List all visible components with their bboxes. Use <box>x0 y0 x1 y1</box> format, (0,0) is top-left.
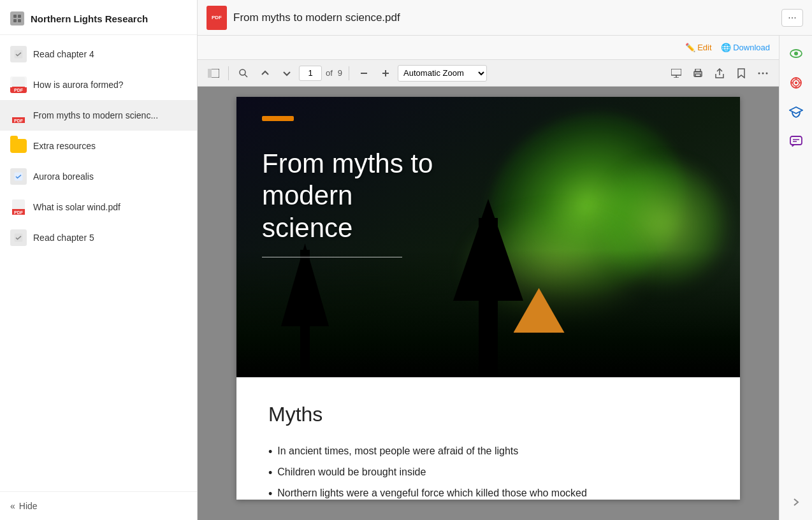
svg-point-30 <box>762 72 764 74</box>
right-toolbar <box>779 36 812 520</box>
graduate-tool-button[interactable] <box>785 101 808 124</box>
folder-icon <box>10 138 27 154</box>
zoom-select[interactable]: Automatic Zoom <box>398 65 487 82</box>
sidebar-item-label: Extra resources <box>33 141 96 151</box>
share-button[interactable] <box>710 64 729 82</box>
left-tree <box>300 250 310 377</box>
edit-link[interactable]: ✏️ Edit <box>685 43 712 52</box>
svg-line-19 <box>245 75 247 77</box>
sidebar-item-aurora-borealis[interactable]: Aurora borealis <box>0 161 197 192</box>
hide-label: Hide <box>19 501 38 511</box>
svg-text:PDF: PDF <box>14 119 24 123</box>
svg-text:PDF: PDF <box>14 88 24 92</box>
myths-list: In ancient times, most people were afrai… <box>268 442 708 500</box>
myth-item-2: Children would be brought inside <box>268 463 708 484</box>
zoom-out-button[interactable] <box>354 64 373 82</box>
sidebar: Northern Lights Research Read chapter 4 … <box>0 0 198 520</box>
svg-rect-5 <box>12 77 25 92</box>
viewer-area: ✏️ Edit 🌐 Download of <box>198 36 779 520</box>
svg-rect-2 <box>13 19 17 22</box>
sidebar-item-label: Aurora borealis <box>33 171 94 182</box>
pdf-cover-image: From myths to modern science <box>236 97 740 377</box>
page-total: 9 <box>338 68 342 78</box>
toolbar-separator-1 <box>228 66 229 80</box>
sidebar-item-solar-wind[interactable]: PDF What is solar wind.pdf <box>0 192 197 222</box>
cover-title: From myths to modern science <box>262 148 433 244</box>
search-button[interactable] <box>234 64 253 82</box>
sidebar-item-label: How is aurora formed? <box>33 80 124 90</box>
sidebar-items-list: Read chapter 4 PDF How is aurora formed?… <box>0 35 197 491</box>
more-tools-button[interactable] <box>753 64 772 82</box>
checklist-icon-ch5 <box>10 229 27 246</box>
sidebar-item-label: What is solar wind.pdf <box>33 202 120 212</box>
workspace-icon <box>10 11 24 25</box>
chevron-left-icon: « <box>10 501 15 511</box>
sidebar-title: Northern Lights Research <box>31 13 148 24</box>
edit-bar: ✏️ Edit 🌐 Download <box>198 36 779 60</box>
bookmark-button[interactable] <box>732 64 751 82</box>
cover-text-block: From myths to modern science <box>262 148 433 257</box>
page-number-input[interactable] <box>299 66 322 81</box>
chat-tool-button[interactable] <box>785 130 808 153</box>
collapse-right-button[interactable] <box>785 491 808 514</box>
svg-rect-0 <box>13 15 17 18</box>
svg-point-33 <box>794 52 798 55</box>
svg-rect-3 <box>18 19 21 22</box>
cover-underline <box>262 257 402 257</box>
svg-rect-1 <box>18 15 21 18</box>
sidebar-item-how-is-aurora[interactable]: PDF How is aurora formed? <box>0 69 197 100</box>
sidebar-item-extra-resources[interactable]: Extra resources <box>0 131 197 161</box>
zoom-in-button[interactable] <box>376 64 395 82</box>
sidebar-item-label: Read chapter 4 <box>33 49 94 59</box>
sidebar-item-from-myths[interactable]: PDF From myths to modern scienc... <box>0 100 197 131</box>
svg-rect-28 <box>695 74 700 76</box>
scroll-up-button[interactable] <box>256 64 275 82</box>
section-heading: Myths <box>268 403 708 426</box>
svg-marker-41 <box>790 107 802 113</box>
svg-rect-17 <box>208 69 212 78</box>
pdf-text-section: Myths In ancient times, most people were… <box>236 377 740 500</box>
svg-point-31 <box>766 72 768 74</box>
sidebar-item-read-chapter-5[interactable]: Read chapter 5 <box>0 222 197 253</box>
pdf-toolbar: of 9 Automatic Zoom <box>198 60 779 87</box>
main-content: PDF From myths to modern science.pdf ···… <box>198 0 812 520</box>
center-tree <box>479 218 498 377</box>
eye-tool-button[interactable] <box>785 42 808 65</box>
pdf-icon: PDF <box>10 76 27 93</box>
sidebar-item-label: Read chapter 5 <box>33 233 94 243</box>
svg-point-36 <box>795 82 797 84</box>
checklist-icon <box>10 46 27 62</box>
scroll-down-button[interactable] <box>277 64 296 82</box>
topbar-title: From myths to modern science.pdf <box>233 11 775 24</box>
pdf-scroll-area[interactable]: From myths to modern science Myths <box>198 87 779 520</box>
svg-rect-42 <box>790 136 802 145</box>
checklist-blue-icon <box>10 168 27 185</box>
sidebar-item-label: From myths to modern scienc... <box>33 110 158 120</box>
target-tool-button[interactable] <box>785 71 808 94</box>
pdf-icon-active: PDF <box>10 107 27 124</box>
more-options-button[interactable]: ··· <box>781 9 803 27</box>
pdf-toolbar-right <box>667 64 772 82</box>
orange-accent-bar <box>262 116 294 121</box>
sidebar-item-read-chapter-4[interactable]: Read chapter 4 <box>0 39 197 69</box>
myth-item-3: Northern lights were a vengeful force wh… <box>268 484 708 500</box>
myth-item-1: In ancient times, most people were afrai… <box>268 442 708 463</box>
svg-text:PDF: PDF <box>14 210 24 215</box>
download-link[interactable]: 🌐 Download <box>721 43 770 52</box>
hide-sidebar-button[interactable]: « Hide <box>0 491 197 520</box>
pdf-page-1: From myths to modern science Myths <box>236 97 740 500</box>
print-button[interactable] <box>688 64 707 82</box>
svg-rect-27 <box>695 69 700 72</box>
presentation-button[interactable] <box>667 64 686 82</box>
page-of-label: of <box>326 68 333 78</box>
topbar: PDF From myths to modern science.pdf ··· <box>198 0 812 36</box>
topbar-pdf-icon: PDF <box>207 6 227 30</box>
sidebar-toggle-button[interactable] <box>204 64 223 82</box>
svg-point-29 <box>758 72 760 74</box>
svg-rect-23 <box>671 69 681 75</box>
svg-rect-6 <box>12 87 25 92</box>
svg-point-18 <box>240 69 245 75</box>
pdf-icon-solar: PDF <box>10 199 27 215</box>
sidebar-header: Northern Lights Research <box>0 0 197 35</box>
toolbar-separator-2 <box>349 66 349 80</box>
